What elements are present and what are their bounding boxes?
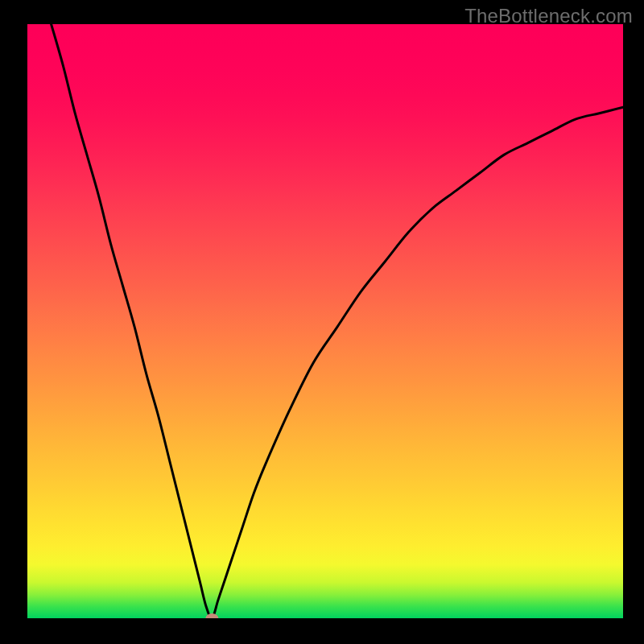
- curve-layer: [27, 24, 623, 618]
- minimum-marker: [205, 613, 218, 618]
- bottleneck-curve: [52, 24, 623, 618]
- plot-area: [27, 24, 623, 618]
- chart-frame: TheBottleneck.com: [0, 0, 644, 644]
